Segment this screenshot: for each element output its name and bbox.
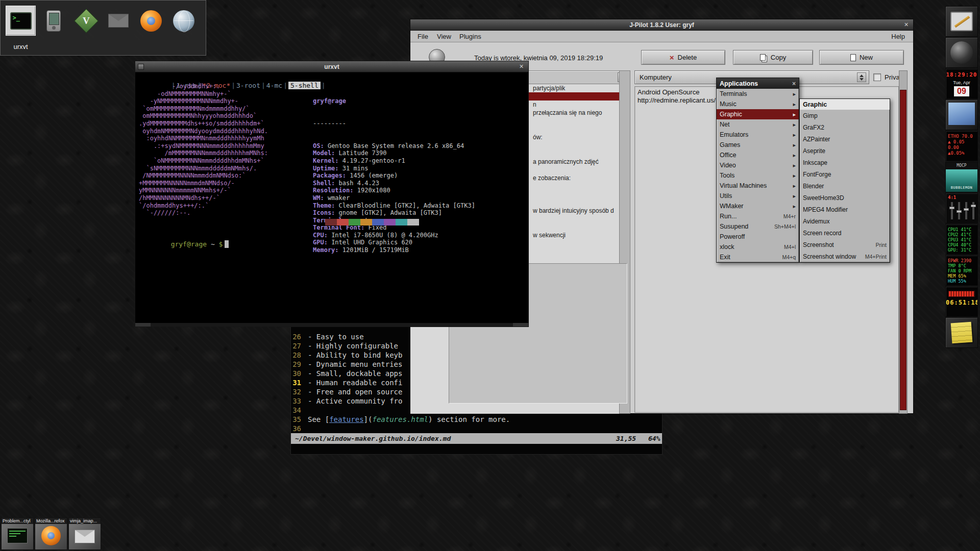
dockapp-sphere[interactable] [945,37,978,68]
jpilot-titlebar[interactable]: J-Pilot 1.8.2 User: gryf × [410,19,913,31]
close-icon[interactable]: × [517,62,526,71]
urxvt-titlebar[interactable]: urxvt × [135,61,528,72]
menu-item-label: Aseprite [803,147,887,155]
switcher-item-firefox[interactable] [136,6,166,36]
menu-item-music[interactable]: Music▸ [717,99,799,109]
miniwindow-terminal[interactable]: Problem...ctyl [1,517,34,550]
menu-item-net[interactable]: Net▸ [717,119,799,130]
graphic-menu-titlebar[interactable]: Graphic [800,99,890,110]
menu-item-wmaker[interactable]: WMaker▸ [717,201,799,211]
menu-item-poweroff[interactable]: Poweroff [717,232,799,242]
menu-plugins[interactable]: Plugins [459,31,481,42]
slider-knob[interactable] [957,210,962,213]
private-checkbox[interactable] [873,73,881,81]
menu-item-screenshot-window[interactable]: Screenshot windowM4+Print [800,251,890,262]
menu-item-shortcut: Sh+M4+l [774,223,796,230]
urxvt-window[interactable]: urxvt × |1-rss|*2-moc*|3-root|4-mc|5-she… [135,61,529,327]
switcher-item-vim[interactable]: V [71,6,101,36]
copy-button[interactable]: Copy [733,50,813,65]
switcher-item-jpilot[interactable] [38,6,68,36]
menu-item-games[interactable]: Games▸ [717,140,799,150]
slider-knob[interactable] [964,208,969,211]
tab-4-mc[interactable]: 4-mc [266,82,282,89]
submenu-arrow-icon: ▸ [793,152,796,159]
menu-item-gimp[interactable]: Gimp [800,110,890,121]
vim-link[interactable]: features [329,415,363,423]
switcher-item-browser[interactable] [168,6,199,36]
dockapp-sensors[interactable]: EPWR 2390TMP 8°CFAN 0 RPMMEM 65%HUM 55% [945,255,978,286]
dropdown-arrows-icon [857,72,866,82]
dockapp-notes[interactable] [945,317,978,348]
neofetch-value: ClearBloodline [GTK2], Adwaita [GTK3] [335,202,475,209]
menu-file[interactable]: File [418,31,428,42]
applications-menu-titlebar[interactable]: Applications × [717,78,799,89]
menu-item-azpainter[interactable]: AZPainter [800,133,890,145]
prompt-user: gryf@rage [171,240,207,248]
switcher-item-mail[interactable] [103,6,133,36]
slider-knob[interactable] [949,207,954,209]
menu-item-screenshot[interactable]: ScreenshotPrint [800,239,890,251]
resize-bar[interactable] [135,322,528,327]
menu-item-run[interactable]: Run...M4+r [717,211,799,221]
menu-item-fontforge[interactable]: FontForge [800,168,890,180]
terminal-screen[interactable]: |1-rss|*2-moc*|3-root|4-mc|5-shell| -/oy… [135,72,528,322]
window-menu-icon[interactable] [138,64,144,70]
slider-knob[interactable] [971,205,976,207]
menu-item-terminals[interactable]: Terminals▸ [717,89,799,99]
mixer-slider[interactable] [965,202,967,219]
miniwindow-mail[interactable]: vimja_imap... [68,517,101,550]
neofetch-value: 31 mins [339,165,369,172]
menu-item-grafx2[interactable]: GraFX2 [800,121,890,133]
urxvt-terminal-icon: >_ [10,12,32,30]
menu-item-avidemux[interactable]: Avidemux [800,215,890,227]
neofetch-row: Model: Latitude 7390 [313,149,475,157]
menu-item-label: Avidemux [803,218,887,225]
dockapp-bubblemon[interactable]: MOCP BUBBLEMON [945,162,978,192]
dockapp-ledclock[interactable]: 06:51:18 [945,286,978,317]
dock: 18:29:20 Tue, Apr 09 ETHO 70.0▲ 0.050.00… [945,0,979,357]
menu-item-blender[interactable]: Blender [800,180,890,192]
mixer-slider[interactable] [951,202,953,219]
copy-button-label: Copy [771,54,786,61]
dockapp-tablet[interactable] [945,6,978,37]
menu-item-inkscape[interactable]: Inkscape [800,157,890,168]
menu-item-exit[interactable]: ExitM4+q [717,252,799,262]
menu-view[interactable]: View [437,31,451,42]
prompt-path: ~ [207,240,218,248]
menu-item-utils[interactable]: Utils▸ [717,191,799,201]
dockapp-calclock[interactable]: 18:29:20 Tue, Apr 09 [945,68,978,99]
close-icon[interactable]: × [792,80,796,87]
menu-item-emulators[interactable]: Emulators▸ [717,130,799,140]
menu-item-graphic[interactable]: Graphic▸ [717,109,799,119]
menu-item-mpeg4-modifier[interactable]: MPEG4 Modifier [800,204,890,215]
mixer-slider[interactable] [972,202,974,219]
menu-help[interactable]: Help [891,31,905,42]
dockapp-mixer[interactable]: 4:1 [945,193,978,223]
menu-item-susupend[interactable]: SusupendSh+M4+l [717,221,799,232]
miniwindow-firefox[interactable]: Mozilla...refox [35,517,67,550]
mixer-value: 4:1 [948,195,956,200]
menu-item-virtual-machines[interactable]: Virtual Machines▸ [717,181,799,191]
new-button[interactable]: New [819,50,904,65]
menu-item-video[interactable]: Video▸ [717,160,799,170]
menu-item-label: Music [720,101,793,108]
mixer-slider[interactable] [958,202,960,219]
dockapp-bluescreen[interactable] [945,99,978,130]
menu-item-aseprite[interactable]: Aseprite [800,145,890,157]
memo-row-text: w bardziej intuicyjny sposób d [533,207,614,214]
close-icon[interactable]: × [902,20,911,29]
menu-item-label: Screen record [803,230,887,237]
menu-item-tools[interactable]: Tools▸ [717,170,799,181]
dockapp-cputemp[interactable]: CPU1 41°CCPU2 41°CCPU3 41°CCPU4 40°CGPU:… [945,224,978,255]
menu-item-screen-record[interactable]: Screen record [800,227,890,239]
delete-button[interactable]: × Delete [641,50,725,65]
scrollbar-thumb[interactable] [900,90,906,410]
memo-scrollbar[interactable] [899,70,908,414]
menu-item-label: Utils [720,192,793,199]
switcher-item-urxvt[interactable]: >_ [6,6,36,36]
menu-item-sweethome3d[interactable]: SweetHome3D [800,192,890,204]
menu-item-office[interactable]: Office▸ [717,150,799,160]
dockapp-ticker[interactable]: ETHO 70.0▲ 0.050.00 ▲0.05% [945,131,978,161]
menu-item-label: AZPainter [803,136,887,143]
menu-item-xlock[interactable]: xlockM4+l [717,242,799,252]
